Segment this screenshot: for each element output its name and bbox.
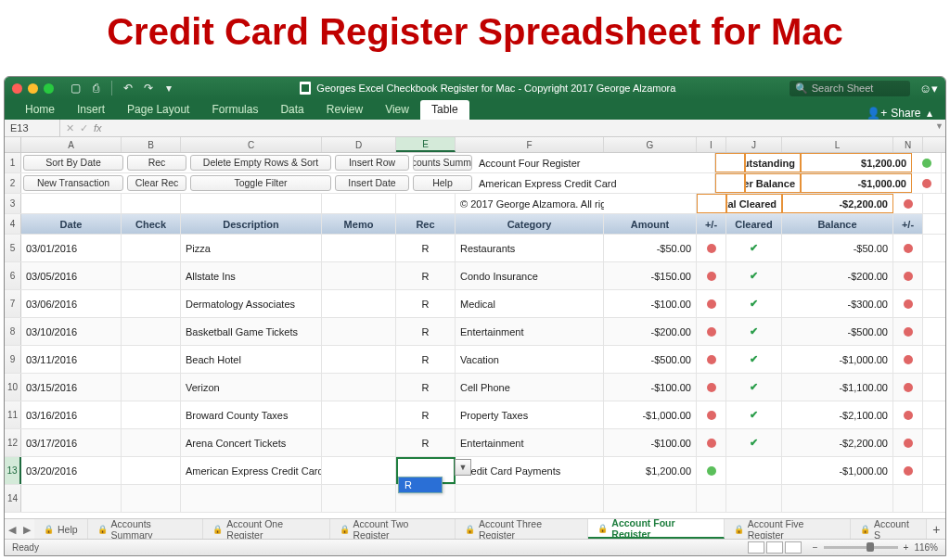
dropdown-arrow-icon[interactable]: ▼ bbox=[455, 459, 471, 476]
tab-nav-next[interactable]: ▶ bbox=[19, 524, 34, 535]
cell-cleared[interactable]: ✔ bbox=[726, 346, 782, 373]
cell-balance[interactable]: -$300.00 bbox=[782, 290, 893, 317]
cell[interactable] bbox=[604, 194, 697, 213]
cell-memo[interactable] bbox=[322, 401, 396, 428]
cell-memo[interactable] bbox=[322, 429, 396, 456]
col-header-D[interactable]: D bbox=[322, 137, 396, 152]
empty-cell[interactable] bbox=[893, 485, 923, 512]
cell-check[interactable] bbox=[122, 235, 181, 261]
name-box[interactable]: E13 bbox=[5, 120, 60, 136]
macro-button[interactable]: Insert Date bbox=[335, 175, 409, 191]
macro-button[interactable]: Rec bbox=[127, 155, 186, 171]
select-all-corner[interactable] bbox=[5, 137, 21, 152]
col-header-A[interactable]: A bbox=[21, 137, 122, 152]
cell[interactable] bbox=[623, 173, 715, 193]
empty-cell[interactable] bbox=[456, 485, 604, 512]
ribbon-tab-view[interactable]: View bbox=[374, 100, 420, 120]
sheet-tab[interactable]: 🔒Account One Register bbox=[203, 519, 329, 539]
fx-icon[interactable]: fx bbox=[94, 122, 102, 134]
cell-check[interactable] bbox=[122, 457, 181, 484]
cell-cleared[interactable]: ✔ bbox=[726, 318, 782, 345]
tab-nav-prev[interactable]: ◀ bbox=[5, 524, 19, 535]
row-header-9[interactable]: 9 bbox=[5, 346, 21, 373]
row-header-13[interactable]: 13 bbox=[5, 457, 21, 484]
qat-dropdown-icon[interactable]: ▾ bbox=[160, 80, 177, 96]
col-header-N[interactable]: N bbox=[893, 137, 923, 152]
cell-amount[interactable]: -$100.00 bbox=[604, 290, 697, 317]
cell-amount[interactable]: -$50.00 bbox=[604, 235, 697, 261]
cell[interactable] bbox=[623, 153, 715, 172]
feedback-icon[interactable]: ☺︎▾ bbox=[919, 82, 938, 95]
cell-rec[interactable]: R bbox=[396, 374, 456, 401]
cell-memo[interactable] bbox=[322, 318, 396, 345]
minimize-window-button[interactable] bbox=[28, 83, 38, 94]
cell-cleared[interactable]: ✔ bbox=[726, 429, 782, 456]
cell-cleared[interactable]: ✔ bbox=[726, 401, 782, 428]
ribbon-tab-formulas[interactable]: Formulas bbox=[200, 100, 269, 120]
undo-icon[interactable]: ↶ bbox=[120, 80, 136, 96]
cell-description[interactable]: Dermatology Associates bbox=[181, 290, 322, 317]
formula-expand-icon[interactable]: ▼ bbox=[935, 121, 944, 131]
cell-description[interactable]: Basketball Game Tickets bbox=[181, 318, 322, 345]
table-header[interactable]: Date bbox=[21, 214, 122, 234]
save-icon[interactable]: ▢ bbox=[67, 80, 83, 96]
cell-memo[interactable] bbox=[322, 262, 396, 289]
active-cell[interactable]: ▼R bbox=[396, 457, 456, 484]
cell-balance[interactable]: -$1,100.00 bbox=[782, 374, 893, 401]
cell-category[interactable]: Property Taxes bbox=[456, 401, 604, 428]
cell-amount[interactable]: -$150.00 bbox=[604, 262, 697, 289]
cell-amount[interactable]: $1,200.00 bbox=[604, 457, 697, 484]
cell-description[interactable]: Allstate Ins bbox=[181, 262, 322, 289]
cell-date[interactable]: 03/01/2016 bbox=[21, 235, 122, 261]
empty-cell[interactable] bbox=[726, 485, 782, 512]
sheet-tab[interactable]: 🔒Accounts Summary bbox=[88, 519, 204, 539]
empty-cell[interactable] bbox=[782, 485, 893, 512]
col-header-G[interactable]: G bbox=[604, 137, 697, 152]
cell-check[interactable] bbox=[122, 374, 181, 401]
cell-check[interactable] bbox=[122, 318, 181, 345]
cell-description[interactable]: Beach Hotel bbox=[181, 346, 322, 373]
macro-button[interactable]: Delete Empty Rows & Sort bbox=[190, 155, 331, 171]
table-header[interactable]: Balance bbox=[782, 214, 893, 234]
cell-date[interactable]: 03/11/2016 bbox=[21, 346, 122, 373]
col-header-I[interactable]: I bbox=[697, 137, 726, 152]
cell-cleared[interactable] bbox=[726, 457, 782, 484]
worksheet-grid[interactable]: ABCDEFGIJLN 1Sort By DateRecDelete Empty… bbox=[5, 137, 945, 518]
cell-description[interactable]: Pizza bbox=[181, 235, 322, 261]
macro-button[interactable]: Sort By Date bbox=[23, 155, 123, 171]
row-header-4[interactable]: 4 bbox=[5, 214, 21, 234]
cell-amount[interactable]: -$100.00 bbox=[604, 429, 697, 456]
cell-rec[interactable]: R bbox=[396, 401, 456, 428]
row-header-1[interactable]: 1 bbox=[5, 153, 21, 172]
cell-check[interactable] bbox=[122, 429, 181, 456]
row-header-12[interactable]: 12 bbox=[5, 429, 21, 456]
row-header-2[interactable]: 2 bbox=[5, 173, 21, 193]
empty-cell[interactable] bbox=[322, 485, 396, 512]
cell-description[interactable]: Verizon bbox=[181, 374, 322, 401]
cell-date[interactable]: 03/10/2016 bbox=[21, 318, 122, 345]
cell-category[interactable]: Medical bbox=[456, 290, 604, 317]
cell-check[interactable] bbox=[122, 290, 181, 317]
cell-category[interactable]: Entertainment bbox=[456, 318, 604, 345]
col-header-J[interactable]: J bbox=[726, 137, 782, 152]
view-page-break-button[interactable] bbox=[785, 541, 802, 554]
ribbon-tab-page-layout[interactable]: Page Layout bbox=[116, 100, 200, 120]
cell-category[interactable]: Entertainment bbox=[456, 429, 604, 456]
cell-date[interactable]: 03/05/2016 bbox=[21, 262, 122, 289]
col-header-B[interactable]: B bbox=[122, 137, 181, 152]
cell-description[interactable]: Arena Concert Tickets bbox=[181, 429, 322, 456]
macro-button[interactable]: Insert Row bbox=[335, 155, 409, 171]
cell-rec[interactable]: R bbox=[396, 318, 456, 345]
cell[interactable] bbox=[396, 194, 456, 213]
sheet-tab[interactable]: 🔒Account Three Register bbox=[456, 519, 588, 539]
table-header[interactable]: +/- bbox=[697, 214, 726, 234]
dropdown-list[interactable]: R bbox=[398, 477, 443, 493]
cell-amount[interactable]: -$200.00 bbox=[604, 318, 697, 345]
ribbon-tab-insert[interactable]: Insert bbox=[66, 100, 116, 120]
row-header-8[interactable]: 8 bbox=[5, 318, 21, 345]
cell-date[interactable]: 03/17/2016 bbox=[21, 429, 122, 456]
add-sheet-button[interactable]: + bbox=[927, 522, 945, 537]
row-header-11[interactable]: 11 bbox=[5, 401, 21, 428]
redo-icon[interactable]: ↷ bbox=[140, 80, 157, 96]
cell-balance[interactable]: -$200.00 bbox=[782, 262, 893, 289]
